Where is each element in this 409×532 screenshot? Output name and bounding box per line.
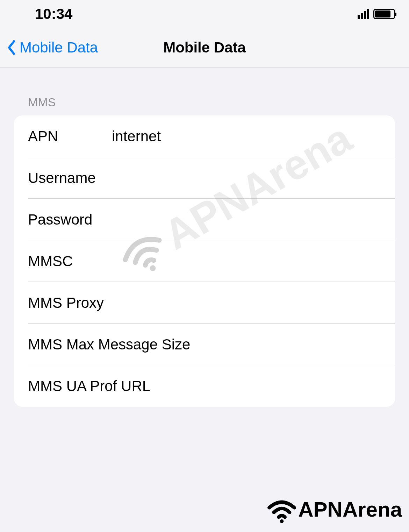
navigation-bar: Mobile Data Mobile Data [0, 28, 409, 68]
mms-proxy-label: MMS Proxy [28, 295, 104, 311]
back-label: Mobile Data [20, 39, 98, 56]
wifi-icon [266, 494, 297, 525]
logo-text: APNArena [298, 497, 402, 522]
apn-label: APN [28, 128, 112, 145]
apn-row[interactable]: APN [14, 115, 395, 157]
mms-proxy-row[interactable]: MMS Proxy [14, 282, 395, 324]
mmsc-input[interactable] [112, 253, 381, 270]
mmsc-label: MMSC [28, 253, 112, 270]
mms-ua-prof-row[interactable]: MMS UA Prof URL [14, 365, 395, 407]
mms-ua-prof-label: MMS UA Prof URL [28, 378, 150, 395]
mms-settings-group: APN Username Password MMSC MMS Proxy MMS… [14, 115, 395, 407]
status-time: 10:34 [35, 6, 72, 22]
username-input[interactable] [112, 170, 381, 186]
content-area: MMS APN Username Password MMSC MMS Proxy… [0, 68, 409, 407]
mms-max-size-row[interactable]: MMS Max Message Size [14, 324, 395, 365]
mms-ua-prof-input[interactable] [150, 378, 381, 395]
svg-point-1 [280, 519, 284, 523]
mmsc-row[interactable]: MMSC [14, 240, 395, 282]
section-header-mms: MMS [14, 95, 395, 115]
mms-proxy-input[interactable] [104, 295, 381, 311]
password-row[interactable]: Password [14, 199, 395, 240]
username-row[interactable]: Username [14, 157, 395, 199]
page-title: Mobile Data [163, 39, 246, 56]
battery-icon [373, 9, 395, 19]
password-input[interactable] [112, 211, 381, 228]
mms-max-size-label: MMS Max Message Size [28, 336, 190, 353]
mms-max-size-input[interactable] [190, 336, 381, 353]
password-label: Password [28, 211, 112, 228]
apn-input[interactable] [112, 128, 381, 145]
username-label: Username [28, 170, 112, 186]
status-indicators [358, 9, 395, 19]
chevron-left-icon [7, 40, 17, 55]
back-button[interactable]: Mobile Data [7, 39, 98, 56]
cellular-signal-icon [358, 9, 369, 19]
status-bar: 10:34 [0, 0, 409, 28]
apnarena-logo: APNArena [266, 494, 402, 525]
